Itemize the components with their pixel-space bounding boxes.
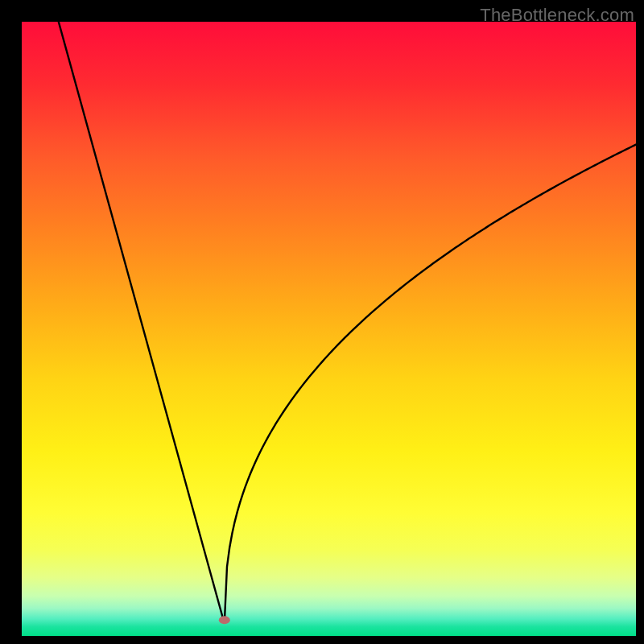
bottleneck-chart: TheBottleneck.com (0, 0, 644, 644)
plot-area (22, 22, 636, 636)
minimum-marker (219, 616, 230, 624)
chart-svg (0, 0, 644, 644)
watermark-text: TheBottleneck.com (480, 5, 634, 26)
